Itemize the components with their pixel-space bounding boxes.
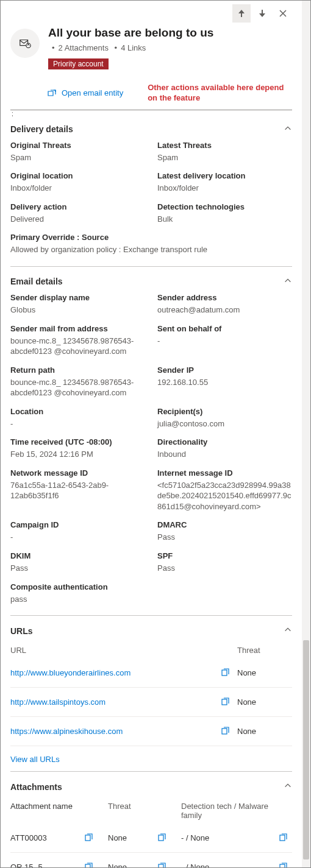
threat-value: None [108, 863, 157, 868]
svg-rect-7 [85, 864, 90, 868]
value: - [10, 532, 145, 543]
urls-table-head: URL Threat [10, 642, 292, 658]
open-email-entity-button[interactable]: Open email entity [47, 88, 123, 98]
label: Detection technologies [157, 202, 292, 211]
value: Spam [157, 152, 292, 163]
top-actions [10, 1, 292, 26]
value: Pass [157, 563, 292, 574]
copy-icon[interactable] [84, 832, 93, 844]
open-entity-label: Open email entity [62, 88, 123, 97]
delivery-section-title: Delivery details [10, 124, 73, 134]
label: Location [10, 407, 145, 416]
label: Sender display name [10, 293, 145, 302]
copy-icon[interactable] [220, 696, 230, 708]
svg-rect-5 [159, 835, 163, 841]
label: Network message ID [10, 468, 145, 478]
threat-value: None [108, 833, 157, 842]
attachments-count: 2 Attachments [59, 43, 109, 52]
url-link[interactable]: http://www.tailspintoys.com [10, 697, 105, 707]
table-row: http://www.tailspintoys.comNone [10, 688, 292, 717]
copy-icon[interactable] [157, 861, 166, 868]
delivery-section-header[interactable]: Delivery details [10, 117, 292, 141]
col-threat: Threat [108, 802, 157, 820]
threat-value: None [237, 697, 292, 707]
copy-icon[interactable] [278, 861, 288, 868]
label: Sender mail from address [10, 324, 145, 333]
value: bounce-mc.8_ 12345678.9876543-abcdef0123… [10, 377, 145, 398]
value: Spam [10, 152, 145, 163]
svg-rect-2 [222, 699, 227, 705]
copy-icon[interactable] [220, 725, 230, 737]
label: Latest delivery location [157, 171, 292, 180]
value: Pass [10, 563, 145, 574]
label: Original location [10, 171, 145, 180]
col-name: Attachment name [10, 802, 84, 820]
col-threat: Threat [237, 646, 292, 655]
label: DKIM [10, 551, 145, 560]
label: Internet message ID [157, 468, 292, 478]
copy-icon[interactable] [278, 832, 288, 844]
arrow-up-icon[interactable] [232, 4, 251, 23]
chevron-up-icon [284, 782, 292, 792]
arrow-down-icon[interactable] [253, 4, 271, 23]
col-url: URL [10, 646, 213, 655]
value: outreach@adatum.com [157, 305, 292, 316]
label: Composite authentication [10, 582, 292, 591]
value: Globus [10, 305, 145, 316]
url-link[interactable]: http://www.blueyonderairlines.com [10, 668, 130, 677]
svg-rect-4 [85, 835, 90, 841]
divider [10, 615, 292, 616]
table-row: QR 15 -5None- / None [10, 853, 292, 868]
label: SPF [157, 551, 292, 560]
chevron-up-icon [284, 277, 292, 287]
value: Pass [157, 532, 292, 543]
value: bounce-mc.8_ 12345678.9876543-abcdef0123… [10, 336, 145, 357]
attachments-section-header[interactable]: Attachments [10, 774, 292, 798]
value: Inbound [157, 449, 292, 460]
value: 192.168.10.55 [157, 377, 292, 388]
label: Recipient(s) [157, 407, 292, 416]
attachments-section-title: Attachments [10, 782, 62, 792]
url-link[interactable]: https://www.alpineskihouse.com [10, 727, 123, 736]
copy-icon[interactable] [157, 832, 166, 844]
svg-rect-1 [222, 670, 227, 676]
value: - [10, 418, 145, 429]
label: Directionality [157, 437, 292, 446]
attachment-name: ATT00003 [10, 833, 84, 842]
svg-rect-9 [280, 864, 285, 868]
value: - [157, 336, 292, 347]
label: Delivery action [10, 202, 145, 211]
copy-icon[interactable] [220, 667, 230, 679]
svg-point-0 [26, 43, 30, 48]
copy-icon[interactable] [84, 861, 93, 868]
value: Delivered [10, 214, 145, 225]
attachment-name: QR 15 -5 [10, 863, 84, 868]
tiny-mark: ; [10, 110, 292, 117]
urls-section-title: URLs [10, 626, 33, 636]
chevron-up-icon [284, 626, 292, 636]
chevron-up-icon [284, 124, 292, 135]
value: <fc5710a2f5a23cca23d928994.99a38de5be.20… [157, 480, 292, 512]
label: Latest Threats [157, 141, 292, 150]
label: Sender address [157, 293, 292, 302]
mail-avatar-icon [10, 29, 40, 58]
label: Return path [10, 365, 145, 375]
label: Time received (UTC -08:00) [10, 437, 145, 446]
priority-badge: Priority account [48, 58, 109, 69]
svg-rect-6 [280, 835, 285, 841]
table-row: https://www.alpineskihouse.comNone [10, 717, 292, 746]
urls-section-header[interactable]: URLs [10, 618, 292, 642]
svg-rect-8 [159, 864, 163, 868]
label: Sent on behalf of [157, 324, 292, 333]
view-all-urls-link[interactable]: View all URLs [10, 746, 292, 769]
table-row: http://www.blueyonderairlines.comNone [10, 658, 292, 688]
value: Inbox/folder [157, 183, 292, 194]
email-section-header[interactable]: Email details [10, 269, 292, 293]
label: Sender IP [157, 365, 292, 375]
meta-line: •2 Attachments •4 Links [48, 43, 292, 52]
scrollbar-track[interactable] [302, 1, 310, 867]
detection-value: - / None [181, 863, 274, 868]
close-icon[interactable] [274, 4, 292, 23]
scrollbar-thumb[interactable] [303, 640, 309, 859]
threat-value: None [237, 727, 292, 736]
